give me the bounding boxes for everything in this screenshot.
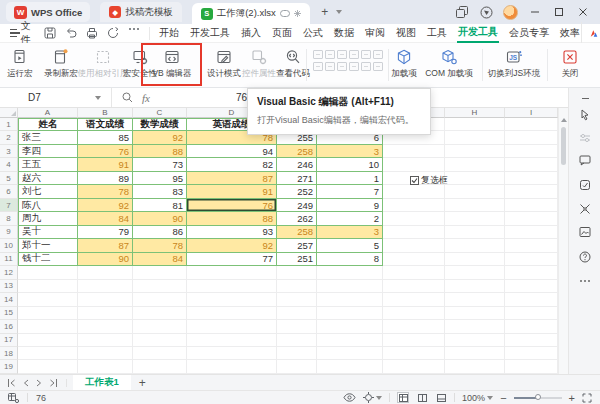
cell-D5[interactable]: 87 <box>187 172 277 185</box>
cell-E13[interactable] <box>277 280 317 293</box>
cell-A17[interactable] <box>18 334 78 347</box>
page-layout-view-button[interactable] <box>416 392 428 403</box>
row-header-13[interactable]: 13 <box>0 280 18 293</box>
row-header-2[interactable]: 2 <box>0 131 18 144</box>
page-break-view-button[interactable] <box>435 392 447 403</box>
cell-G6[interactable] <box>383 185 445 198</box>
cell-B5[interactable]: 89 <box>78 172 133 185</box>
cell-A19[interactable] <box>18 360 78 373</box>
sheet-tab-active[interactable]: 工作表1 <box>73 375 131 391</box>
cell-I3[interactable] <box>505 145 558 158</box>
cell-H6[interactable] <box>445 185 505 198</box>
name-box[interactable]: D7 <box>0 88 112 107</box>
cell-H2[interactable] <box>445 131 505 144</box>
cell-I11[interactable] <box>505 253 558 266</box>
cell-H16[interactable] <box>445 320 505 333</box>
col-header-C[interactable]: C <box>133 108 187 118</box>
new-tab-button[interactable]: + <box>318 5 332 19</box>
cell-E18[interactable] <box>277 347 317 360</box>
cell-I2[interactable] <box>505 131 558 144</box>
row-header-5[interactable]: 5 <box>0 172 18 185</box>
tools-icon[interactable] <box>577 201 593 217</box>
cell-E17[interactable] <box>277 334 317 347</box>
cell-A15[interactable] <box>18 307 78 320</box>
cell-B8[interactable]: 84 <box>78 212 133 225</box>
cell-E4[interactable]: 246 <box>277 158 317 171</box>
cell-E5[interactable]: 271 <box>277 172 317 185</box>
menu-tab-0[interactable]: 开始 <box>158 24 180 42</box>
fx-button[interactable]: fx <box>142 92 150 104</box>
cell-H17[interactable] <box>445 334 505 347</box>
cell-F4[interactable]: 10 <box>317 158 383 171</box>
cell-C3[interactable]: 88 <box>133 145 187 158</box>
more-sidebar-icon[interactable] <box>577 273 593 289</box>
doc-tab-workbook[interactable]: S 工作簿(2).xlsx <box>192 3 310 24</box>
cell-G7[interactable] <box>383 199 445 212</box>
cell-G14[interactable] <box>383 293 445 306</box>
ribbon-switch-js-env-button[interactable]: JS切换到JS环境 <box>484 46 544 84</box>
multi-window-icon[interactable] <box>455 5 469 19</box>
cell-H11[interactable] <box>445 253 505 266</box>
row-header-10[interactable]: 10 <box>0 239 18 252</box>
row-header-1[interactable]: 1 <box>0 118 18 131</box>
cell-F7[interactable]: 9 <box>317 199 383 212</box>
cell-B10[interactable]: 87 <box>78 239 133 252</box>
menu-tab-10[interactable]: 会员专享 <box>508 24 550 42</box>
normal-view-button[interactable] <box>397 392 409 403</box>
cell-D17[interactable] <box>187 334 277 347</box>
cell-F14[interactable] <box>317 293 383 306</box>
cell-H5[interactable] <box>445 172 505 185</box>
print-icon[interactable] <box>86 27 99 40</box>
cell-D16[interactable] <box>187 320 277 333</box>
cell-G11[interactable] <box>383 253 445 266</box>
cell-I4[interactable] <box>505 158 558 171</box>
cell-F3[interactable]: 3 <box>317 145 383 158</box>
cell-A14[interactable] <box>18 293 78 306</box>
cell-H10[interactable] <box>445 239 505 252</box>
cell-C6[interactable]: 83 <box>133 185 187 198</box>
tab-list-caret-icon[interactable] <box>336 10 342 14</box>
cell-C14[interactable] <box>133 293 187 306</box>
row-header-9[interactable]: 9 <box>0 226 18 239</box>
menu-tab-5[interactable]: 数据 <box>333 24 355 42</box>
row-header-17[interactable]: 17 <box>0 334 18 347</box>
cell-F5[interactable]: 1 <box>317 172 383 185</box>
cell-I18[interactable] <box>505 347 558 360</box>
cell-B16[interactable] <box>78 320 133 333</box>
cell-I19[interactable] <box>505 360 558 373</box>
cell-E16[interactable] <box>277 320 317 333</box>
menu-tab-7[interactable]: 视图 <box>395 24 417 42</box>
cell-D8[interactable]: 88 <box>187 212 277 225</box>
record-macro-status-icon[interactable] <box>8 393 19 403</box>
cell-E10[interactable]: 257 <box>277 239 317 252</box>
row-header-4[interactable]: 4 <box>0 158 18 171</box>
cell-I17[interactable] <box>505 334 558 347</box>
save-icon[interactable] <box>44 27 57 40</box>
cell-D15[interactable] <box>187 307 277 320</box>
cell-A6[interactable]: 刘七 <box>18 185 78 198</box>
cell-I9[interactable] <box>505 226 558 239</box>
col-header-H[interactable]: H <box>445 108 505 118</box>
cell-B13[interactable] <box>78 280 133 293</box>
cell-H19[interactable] <box>445 360 505 373</box>
doc-tab-template[interactable]: ◆ 找稿壳模板 <box>100 2 182 22</box>
cell-D10[interactable]: 92 <box>187 239 277 252</box>
cell-C5[interactable]: 95 <box>133 172 187 185</box>
cell-C8[interactable]: 90 <box>133 212 187 225</box>
cell-B2[interactable]: 85 <box>78 131 133 144</box>
cell-H15[interactable] <box>445 307 505 320</box>
cell-I10[interactable] <box>505 239 558 252</box>
cell-H8[interactable] <box>445 212 505 225</box>
cell-H7[interactable] <box>445 199 505 212</box>
cell-H18[interactable] <box>445 347 505 360</box>
ribbon-com-addins-button[interactable]: COM 加载项 <box>419 46 479 84</box>
cell-A2[interactable]: 张三 <box>18 131 78 144</box>
zoom-in-button[interactable]: + <box>569 392 575 404</box>
formula-bar-value[interactable]: 76 <box>236 92 247 103</box>
col-header-B[interactable]: B <box>78 108 133 118</box>
cell-F17[interactable] <box>317 334 383 347</box>
collapse-ribbon-icon[interactable] <box>577 90 593 106</box>
cell-E12[interactable] <box>277 266 317 279</box>
checkbox-control[interactable]: 复选框 <box>410 174 448 187</box>
cell-D13[interactable] <box>187 280 277 293</box>
